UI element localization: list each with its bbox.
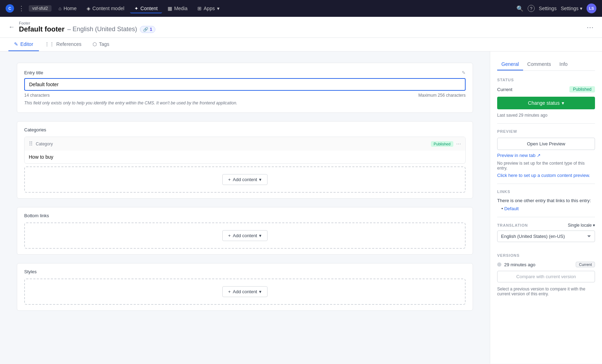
bottom-links-add-button[interactable]: + Add content ▾ (222, 230, 268, 241)
entry-title-icon: ✎ (462, 70, 466, 75)
search-icon[interactable]: 🔍 (516, 5, 523, 12)
add-chevron-icon: ▾ (259, 177, 262, 182)
status-section-title: STATUS (497, 78, 595, 82)
nav-content-model[interactable]: ◈ Content model (82, 4, 129, 13)
entry-title-heading: Default footer – English (United States)… (19, 25, 155, 33)
categories-add-box: + Add content ▾ (24, 166, 466, 193)
editor-icon: ✎ (14, 41, 18, 47)
media-icon: ▦ (168, 6, 172, 11)
settings-chevron-icon: ▾ (580, 6, 582, 11)
category-card: ⠿ Category Published ⋯ How to buy (24, 137, 466, 164)
entry-info: Footer Default footer – English (United … (19, 21, 155, 33)
add-chevron-icon-2: ▾ (259, 233, 262, 238)
divider-3 (497, 217, 595, 217)
back-button[interactable]: ← (8, 23, 15, 31)
styles-section: Styles + Add content ▾ (17, 263, 473, 311)
last-saved-text: Last saved 29 minutes ago (497, 113, 595, 118)
entry-title-label: Entry title ✎ (24, 70, 466, 75)
entry-title-meta: 14 characters Maximum 256 characters (24, 93, 466, 98)
entry-title-input[interactable] (24, 78, 466, 91)
nav-content[interactable]: ✦ Content (130, 4, 162, 13)
links-section-title: LINKS (497, 190, 595, 194)
preview-note: No preview is set up for the content typ… (497, 161, 595, 171)
version-item: 29 minutes ago Current (497, 262, 595, 267)
open-live-preview-button[interactable]: Open Live Preview (497, 138, 595, 150)
categories-add-button[interactable]: + Add content ▾ (222, 174, 268, 185)
topnav-right: 🔍 ? Settings Settings ▾ LS (516, 4, 596, 13)
content-area: Entry title ✎ 14 characters Maximum 256 … (0, 51, 490, 364)
sidebar-tab-general[interactable]: General (497, 59, 523, 70)
locale-text: – English (United States) (67, 26, 137, 33)
drag-handle-icon[interactable]: ⠿ (29, 140, 33, 147)
settings-button[interactable]: Settings ▾ (561, 6, 582, 11)
preview-setup-link[interactable]: Click here to set up a custom content pr… (497, 173, 595, 178)
link-count-badge[interactable]: 🔗 1 (140, 26, 155, 33)
categories-label: Categories (24, 127, 466, 132)
sidebar-tabbar: General Comments Info (497, 59, 595, 71)
main-layout: Entry title ✎ 14 characters Maximum 256 … (0, 51, 602, 364)
add-chevron-icon-3: ▾ (259, 289, 262, 294)
change-status-button[interactable]: Change status ▾ (497, 97, 595, 109)
user-avatar[interactable]: LS (587, 4, 596, 13)
max-chars: Maximum 256 characters (418, 93, 466, 98)
brand-label: vsf-sful2 (29, 5, 52, 12)
translation-chevron-icon: ▾ (593, 223, 595, 228)
links-description: There is one other entry that links to t… (497, 198, 595, 203)
more-menu-button[interactable]: ⋯ (587, 23, 594, 32)
change-status-chevron-icon: ▾ (562, 100, 564, 106)
sidebar: General Comments Info STATUS Current Pub… (490, 51, 602, 364)
content-tabbar: ✎ Editor ⋮⋮ References ⬡ Tags (0, 38, 602, 51)
tags-icon: ⬡ (93, 41, 97, 47)
styles-add-button[interactable]: + Add content ▾ (222, 286, 268, 297)
topnav: C ⋮ vsf-sful2 ⌂ Home ◈ Content model ✦ C… (0, 0, 602, 17)
content-icon: ✦ (134, 6, 138, 11)
category-name: How to buy (25, 151, 465, 163)
sidebar-tab-comments[interactable]: Comments (523, 59, 555, 70)
compare-version-button[interactable]: Compare with current version (497, 271, 595, 282)
help-icon[interactable]: ? (528, 5, 535, 12)
translation-mode-selector[interactable]: Single locale ▾ (568, 223, 595, 228)
version-current-badge: Current (576, 262, 595, 267)
preview-new-tab-link[interactable]: Preview in new tab ↗ (497, 153, 595, 158)
entry-title-hint: This field only exists only to help you … (24, 101, 466, 105)
tab-references[interactable]: ⋮⋮ References (39, 38, 87, 51)
styles-add-label: Add content (233, 289, 257, 294)
bottom-links-add-label: Add content (233, 233, 257, 238)
category-status-badge: Published (431, 141, 453, 147)
tab-editor[interactable]: ✎ Editor (8, 38, 39, 51)
home-icon: ⌂ (59, 6, 61, 11)
subheader: ← Footer Default footer – English (Unite… (0, 17, 602, 38)
current-label: Current (497, 87, 512, 92)
version-time: 29 minutes ago (504, 262, 573, 267)
category-menu-button[interactable]: ⋯ (456, 141, 461, 147)
tab-tags[interactable]: ⬡ Tags (87, 38, 115, 51)
sidebar-tab-info[interactable]: Info (555, 59, 572, 70)
bottom-links-label: Bottom links (24, 213, 466, 218)
locale-selector[interactable]: English (United States) (en-US) (497, 231, 595, 242)
nav-apps[interactable]: ⊞ Apps ▾ (193, 4, 224, 13)
default-entry-link[interactable]: Default (504, 206, 519, 211)
plus-icon: + (228, 177, 231, 182)
breadcrumb: Footer (19, 21, 155, 25)
translation-section-header: TRANSLATION Single locale ▾ (497, 223, 595, 228)
divider-2 (497, 184, 595, 184)
translation-section-title: TRANSLATION (497, 223, 528, 227)
nav-media[interactable]: ▦ Media (163, 4, 192, 13)
nav-dots[interactable]: ⋮ (17, 5, 26, 12)
category-type-label: Category (36, 142, 428, 146)
external-link-icon: ↗ (537, 153, 541, 158)
plus-icon-3: + (228, 289, 231, 294)
main-nav: ⌂ Home ◈ Content model ✦ Content ▦ Media… (54, 4, 224, 13)
bottom-links-add-box: + Add content ▾ (24, 222, 466, 249)
status-badge: Published (569, 86, 595, 92)
nav-home[interactable]: ⌂ Home (54, 4, 81, 13)
status-row: Current Published (497, 86, 595, 92)
entry-title-section: Entry title ✎ 14 characters Maximum 256 … (17, 63, 473, 113)
help-label[interactable]: Settings (539, 6, 557, 11)
apps-icon: ⊞ (197, 6, 202, 11)
categories-add-label: Add content (233, 177, 257, 182)
versions-note: Select a previous version to compare it … (497, 287, 595, 296)
styles-add-box: + Add content ▾ (24, 279, 466, 305)
version-dot-icon (497, 262, 501, 267)
styles-label: Styles (24, 269, 466, 274)
